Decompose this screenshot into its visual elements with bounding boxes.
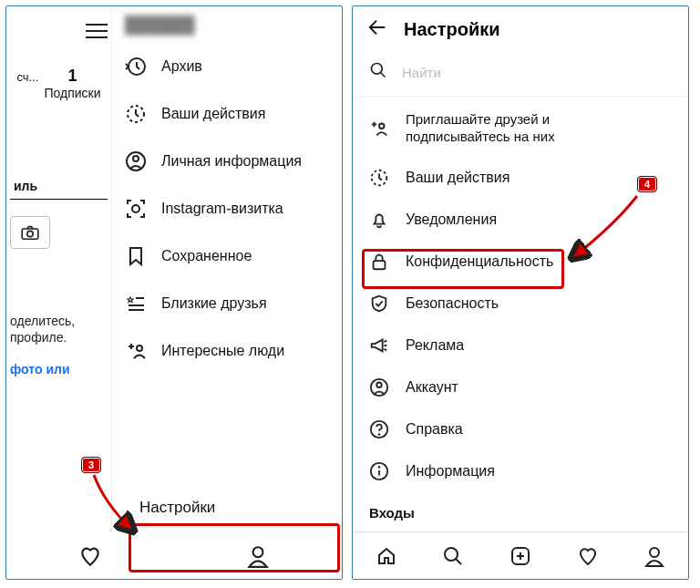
callout-arrow-3	[87, 468, 150, 541]
settings-item-info[interactable]: Информация	[353, 450, 688, 492]
settings-label: Приглашайте друзей и подписывайтесь на н…	[406, 111, 555, 146]
share-text: оделитесь, профиле.	[10, 313, 108, 346]
menu-label: Интересные люди	[161, 343, 284, 359]
menu-label: Instagram-визитка	[161, 201, 283, 217]
person-circle-icon	[125, 150, 147, 172]
settings-list: Приглашайте друзей и подписывайтесь на н…	[353, 97, 688, 531]
menu-item-interesting-people[interactable]: Интересные люди	[112, 327, 342, 375]
settings-label: Уведомления	[406, 211, 497, 228]
profile-underlay: сч... 1 Подписки иль оделитесь, профиле.…	[6, 6, 111, 533]
profile-tab-fragment: иль	[10, 173, 108, 200]
search-icon	[369, 61, 387, 83]
person-circle-icon	[369, 377, 389, 397]
svg-point-33	[445, 548, 458, 561]
search-row[interactable]: Найти	[353, 52, 688, 97]
search-placeholder: Найти	[402, 65, 441, 80]
nav-profile[interactable]	[621, 532, 688, 579]
menu-label: Архив	[161, 58, 202, 75]
nav-activity[interactable]	[554, 532, 622, 579]
nav-home[interactable]	[353, 532, 420, 579]
left-body: сч... 1 Подписки иль оделитесь, профиле.…	[6, 6, 342, 533]
subscriptions-label: Подписки	[44, 86, 100, 100]
settings-label: Информация	[406, 463, 495, 480]
menu-item-personal[interactable]: Личная информация	[112, 138, 342, 185]
settings-item-account[interactable]: Аккаунт	[353, 366, 688, 408]
nav-add[interactable]	[487, 532, 554, 579]
menu-label: Сохраненное	[161, 248, 252, 264]
subscriptions-count: 1	[44, 67, 100, 86]
back-icon[interactable]	[367, 17, 387, 41]
photo-link[interactable]: фото или	[10, 362, 108, 377]
menu-label: Личная информация	[161, 153, 302, 170]
history-icon	[125, 56, 147, 77]
menu-item-nametag[interactable]: Instagram-визитка	[112, 185, 342, 232]
shield-icon	[369, 294, 389, 314]
settings-label: Справка	[406, 421, 463, 438]
callout-arrow-4	[564, 189, 646, 271]
menu-item-close-friends[interactable]: Близкие друзья	[112, 280, 342, 327]
settings-header: Настройки	[353, 6, 688, 52]
svg-point-8	[133, 156, 139, 161]
info-circle-icon	[369, 461, 389, 481]
person-add-icon	[369, 119, 389, 139]
svg-line-20	[381, 73, 386, 77]
menu-label: Ваши действия	[161, 106, 265, 122]
side-drawer: ██████ Архив Ваши действия	[111, 6, 342, 533]
svg-point-32	[379, 466, 380, 467]
person-add-icon	[125, 340, 147, 362]
svg-point-27	[376, 382, 382, 387]
settings-label: Аккаунт	[406, 379, 458, 396]
page-title: Настройки	[404, 19, 500, 40]
svg-point-4	[27, 231, 33, 236]
drawer-username-blurred: ██████	[112, 6, 342, 43]
svg-point-9	[132, 205, 139, 212]
section-header-logins: Входы	[353, 492, 688, 521]
question-circle-icon	[369, 419, 389, 439]
left-screen: сч... 1 Подписки иль оделитесь, профиле.…	[5, 5, 343, 580]
drawer-menu: Архив Ваши действия Личная информация	[112, 43, 342, 482]
scan-icon	[125, 198, 147, 220]
nav-search[interactable]	[420, 532, 488, 579]
bell-icon	[369, 210, 389, 230]
hamburger-icon[interactable]	[86, 23, 108, 39]
count-prefix: сч...	[16, 70, 38, 84]
menu-label: Близкие друзья	[161, 295, 267, 312]
bookmark-icon	[125, 245, 147, 267]
svg-point-23	[379, 123, 385, 129]
settings-item-help[interactable]: Справка	[353, 408, 688, 450]
bottom-nav	[353, 531, 688, 579]
svg-point-15	[137, 346, 142, 351]
megaphone-icon	[369, 335, 389, 356]
menu-item-saved[interactable]: Сохраненное	[112, 232, 342, 280]
menu-item-archive[interactable]: Архив	[112, 43, 342, 90]
right-screen: Настройки Найти Приглашайте друзей и под…	[352, 5, 689, 580]
svg-point-38	[650, 548, 659, 557]
svg-point-29	[379, 434, 380, 435]
settings-item-ads[interactable]: Реклама	[353, 325, 688, 366]
settings-label: Настройки	[139, 499, 215, 517]
settings-label: Безопасность	[406, 295, 499, 312]
svg-point-19	[372, 64, 383, 75]
callout-box-4	[362, 249, 564, 289]
clock-dashed-icon	[125, 103, 147, 125]
add-photo-placeholder[interactable]	[10, 216, 50, 249]
clock-dashed-icon	[369, 168, 389, 188]
menu-item-actions[interactable]: Ваши действия	[112, 90, 342, 138]
callout-box-3	[129, 523, 340, 573]
settings-item-invite[interactable]: Приглашайте друзей и подписывайтесь на н…	[353, 100, 688, 157]
svg-line-34	[456, 559, 461, 564]
settings-label: Реклама	[406, 337, 464, 354]
settings-label: Ваши действия	[406, 170, 510, 186]
star-list-icon	[125, 293, 147, 315]
